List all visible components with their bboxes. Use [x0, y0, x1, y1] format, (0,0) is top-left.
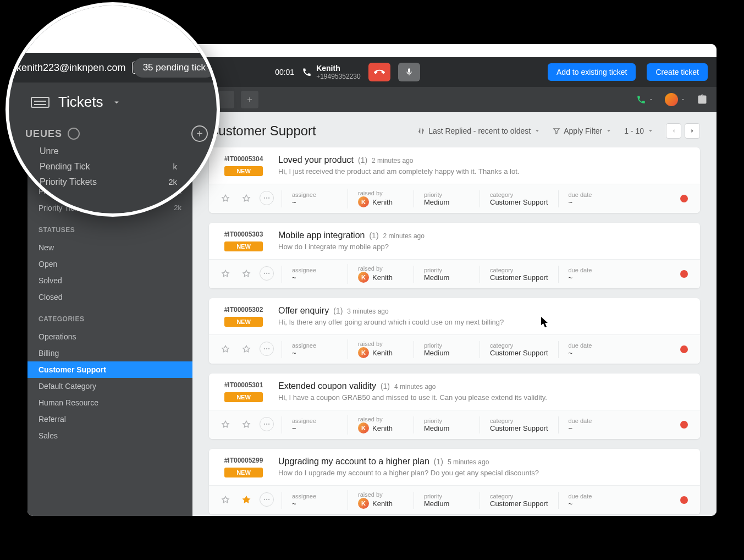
ticket-reply-count: (1)	[381, 382, 390, 391]
chevron-right-icon	[689, 128, 696, 134]
ticket-card[interactable]: #IT00005301 NEW Extended coupon validity…	[209, 374, 700, 439]
mute-button[interactable]	[398, 63, 420, 81]
pin-button[interactable]	[218, 191, 233, 206]
star-button[interactable]	[239, 266, 254, 282]
caller-name: Kenith	[316, 64, 360, 73]
ticket-id: #IT00005299	[219, 457, 268, 464]
priority-value: Medium	[424, 499, 470, 508]
raised-by-value: KKenith	[358, 196, 404, 207]
assignee-value: ~	[292, 198, 338, 206]
priority-label: priority	[424, 191, 470, 198]
ticket-card[interactable]: #IT00005303 NEW Mobile app integration (…	[209, 223, 700, 288]
raised-by-value: KKenith	[358, 422, 404, 433]
raised-by-label: raised by	[358, 491, 404, 498]
pin-icon	[221, 420, 230, 429]
ticket-card[interactable]: #IT00005302 NEW Offer enquiry (1) 3 minu…	[209, 298, 700, 364]
status-indicator	[680, 345, 688, 353]
assignee-value: ~	[292, 499, 338, 508]
star-button[interactable]	[239, 191, 254, 206]
sidebar-status-item[interactable]: New	[27, 239, 192, 256]
more-button[interactable]	[260, 266, 274, 281]
pin-button[interactable]	[218, 492, 233, 508]
star-button[interactable]	[239, 417, 254, 432]
raised-by-value: KKenith	[358, 272, 404, 283]
category-label: category	[490, 418, 548, 424]
pin-button[interactable]	[218, 342, 233, 357]
status-badge: NEW	[224, 166, 263, 176]
user-menu[interactable]	[665, 93, 686, 106]
raised-by-label: raised by	[358, 416, 404, 422]
avatar	[665, 93, 678, 106]
pin-button[interactable]	[218, 417, 233, 432]
magnify-pending-pill: 35 pending tick	[133, 58, 216, 78]
sort-dropdown[interactable]: Last Replied - recent to oldest	[417, 127, 541, 135]
ticket-subject: Offer enquiry	[278, 306, 329, 316]
next-page-button[interactable]	[685, 123, 700, 139]
pin-icon	[221, 194, 230, 203]
star-button[interactable]	[239, 492, 254, 508]
category-label: category	[490, 493, 548, 499]
more-button[interactable]	[260, 417, 274, 431]
due-date-label: due date	[569, 418, 614, 424]
sidebar-category-item[interactable]: Operations	[27, 328, 192, 345]
sidebar-category-item[interactable]: Customer Support	[27, 361, 192, 378]
svg-point-10	[264, 424, 265, 425]
svg-point-11	[266, 424, 267, 425]
sidebar-category-item[interactable]: Human Resource	[27, 394, 192, 411]
star-icon	[242, 345, 251, 354]
star-icon	[242, 420, 251, 429]
due-date-label: due date	[569, 493, 614, 499]
ticket-preview: Hi, I have a coupon GRAB50 and missed to…	[278, 393, 690, 402]
raised-by-label: raised by	[358, 341, 404, 347]
sidebar-category-item[interactable]: Sales	[27, 427, 192, 444]
assignee-value: ~	[292, 424, 338, 432]
ticket-reply-count: (1)	[369, 231, 378, 240]
more-button[interactable]	[260, 492, 274, 507]
more-icon	[263, 496, 271, 503]
add-button[interactable]	[241, 91, 258, 108]
sidebar-category-item[interactable]: Default Category	[27, 378, 192, 394]
ticket-id: #IT00005302	[219, 306, 268, 314]
status-badge: NEW	[224, 468, 263, 477]
phone-dropdown[interactable]	[636, 95, 654, 105]
chevron-down-icon	[534, 128, 541, 134]
prev-page-button[interactable]	[666, 123, 681, 139]
star-icon	[242, 496, 251, 504]
raised-by-label: raised by	[358, 265, 404, 272]
due-date-label: due date	[569, 342, 614, 349]
raiser-avatar: K	[358, 422, 369, 433]
status-indicator	[680, 496, 688, 504]
ticket-reply-count: (1)	[358, 156, 367, 164]
ticket-card[interactable]: #IT00005299 NEW Upgrading my account to …	[209, 449, 700, 514]
sidebar-status-item[interactable]: Closed	[27, 289, 192, 305]
caller-info: Kenith +19495352230	[302, 64, 360, 80]
page-range[interactable]: 1 - 10	[624, 127, 654, 135]
plus-icon	[246, 96, 253, 103]
hangup-button[interactable]	[368, 63, 390, 81]
sidebar-status-item[interactable]: Open	[27, 256, 192, 272]
ticket-reply-count: (1)	[333, 306, 343, 315]
magnify-email: kenith223@inknpen.com	[16, 62, 125, 74]
raiser-avatar: K	[358, 196, 369, 207]
sidebar-category-item[interactable]: Billing	[27, 345, 192, 361]
magnify-queue-item: Pending Tick	[40, 162, 90, 172]
create-ticket-button[interactable]: Create ticket	[647, 63, 708, 81]
more-icon	[263, 194, 271, 202]
add-to-existing-button[interactable]: Add to existing ticket	[548, 63, 636, 81]
clipboard-button[interactable]	[697, 94, 708, 105]
star-button[interactable]	[239, 342, 254, 357]
pin-button[interactable]	[218, 266, 233, 282]
ticket-card[interactable]: #IT00005304 NEW Loved your product (1) 2…	[209, 147, 700, 213]
more-icon	[263, 270, 271, 277]
pin-icon	[221, 496, 230, 504]
more-button[interactable]	[260, 342, 274, 356]
more-button[interactable]	[260, 191, 274, 205]
filter-dropdown[interactable]: Apply Filter	[553, 127, 612, 135]
sidebar-status-item[interactable]: Solved	[27, 272, 192, 289]
assignee-label: assignee	[292, 493, 338, 499]
sidebar-category-item[interactable]: Referral	[27, 411, 192, 427]
svg-point-15	[268, 499, 269, 500]
ticket-id: #IT00005301	[219, 381, 268, 389]
ticket-time: 2 minutes ago	[383, 232, 425, 240]
ticket-preview: Hi, I just received the product and am c…	[278, 167, 690, 175]
